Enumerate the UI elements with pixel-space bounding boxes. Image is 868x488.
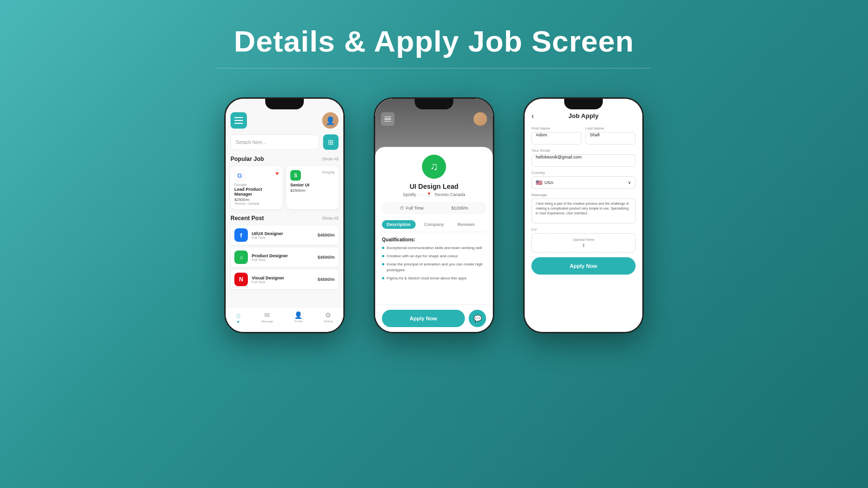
message-field-group: Massage I love being a part of the creat… xyxy=(531,193,636,224)
job-card-shopify[interactable]: S Shopify Senior UI $2500/m xyxy=(286,166,339,209)
hamburger-line xyxy=(234,117,243,118)
chat-button[interactable]: 💬 xyxy=(469,310,486,327)
phone-detail: ♫ UI Design Lead Spotify — 📍 Toronto Can… xyxy=(374,97,494,333)
user-avatar[interactable]: 👤 xyxy=(322,112,339,129)
job-title-google: Lead Product Manager xyxy=(234,187,279,197)
first-name-label: First Name xyxy=(531,126,582,131)
shopify-label: Shopify xyxy=(322,170,335,174)
country-display: 🇺🇸 USA xyxy=(536,180,554,186)
recent-facebook-title: UI/UX Designer xyxy=(252,231,317,236)
recent-item-facebook[interactable]: f UI/UX Designer Full Time $4500/m xyxy=(231,225,339,245)
home-nav-icon: ⌂ xyxy=(236,311,240,319)
netflix-icon: N xyxy=(234,273,248,286)
bullet-1 xyxy=(382,247,384,249)
hamburger-line xyxy=(234,123,243,124)
massage-nav-label: Massage xyxy=(261,320,273,323)
bullet-2 xyxy=(382,255,384,257)
phone-home: 👤 Serach here... ⊞ Popular Job Show All xyxy=(224,97,345,333)
recent-facebook-type: Full Time xyxy=(252,236,317,239)
qual-item-1: Exceptional communication skills and tea… xyxy=(382,245,486,251)
cv-section: CV Upload Here ⬆ xyxy=(531,227,636,252)
recent-spotify-info: Product Designer Full Time xyxy=(252,253,317,262)
detail-company-info: Spotify — 📍 Toronto Canada xyxy=(382,192,486,197)
apply-now-button-detail[interactable]: Apply Now xyxy=(382,310,465,327)
upload-icon: ⬆ xyxy=(582,243,585,248)
recent-netflix-type: Full Time xyxy=(252,280,317,284)
qual-item-4: Figma,Xd & Sketch must know about this a… xyxy=(382,276,486,281)
job-location-google: Toronto, Canada xyxy=(234,202,279,205)
salary-value: $1200/m xyxy=(451,206,468,211)
salary-meta: $1200/m xyxy=(451,206,468,211)
setting-nav-label: Setting xyxy=(324,320,333,323)
clock-icon: ⏱ xyxy=(400,206,404,211)
detail-screen: ♫ UI Design Lead Spotify — 📍 Toronto Can… xyxy=(375,99,493,332)
google-logo: G xyxy=(234,170,245,181)
shopify-logo: S xyxy=(290,170,301,181)
facebook-icon: f xyxy=(234,228,248,242)
filter-button[interactable]: ⊞ xyxy=(323,134,339,150)
job-title-shopify: Senior UI xyxy=(290,183,335,187)
country-label: Country xyxy=(531,171,636,175)
tab-description[interactable]: Description xyxy=(382,220,416,229)
last-name-input[interactable]: Shafi xyxy=(585,132,636,145)
favorite-icon[interactable]: ♥ xyxy=(275,170,279,177)
google-g: G xyxy=(237,172,242,179)
qual-item-3: Know the principal of animation and you … xyxy=(382,262,486,272)
upload-text: Upload Here xyxy=(573,237,595,242)
recent-item-netflix[interactable]: N Visual Designer Full Time $4500/m xyxy=(231,270,339,289)
search-input[interactable]: Serach here... xyxy=(231,134,319,150)
recent-show-all[interactable]: Show All xyxy=(322,216,339,221)
nav-massage[interactable]: ✉ Massage xyxy=(261,311,273,323)
nav-setting[interactable]: ⚙ Setting xyxy=(324,311,333,323)
apply-topbar: ‹ Job Apply xyxy=(531,112,636,119)
recent-posts-title: Recent Post xyxy=(231,215,264,222)
recent-facebook-info: UI/UX Designer Full Time xyxy=(252,231,317,239)
phone-apply: ‹ Job Apply First Name Adom Last Name Sh… xyxy=(523,97,644,333)
email-input[interactable]: hellobesnik@gmail.com xyxy=(531,154,636,167)
message-textarea[interactable]: I love being a part of the creative proc… xyxy=(531,198,636,224)
popular-jobs-title: Popular Job xyxy=(231,156,264,162)
detail-menu-button[interactable] xyxy=(381,112,394,126)
recent-spotify-salary: $4500/m xyxy=(317,255,335,260)
recent-netflix-info: Visual Designer Full Time xyxy=(252,276,317,284)
tab-company[interactable]: Company xyxy=(420,220,449,229)
cv-upload-box[interactable]: Upload Here ⬆ xyxy=(531,233,636,252)
profile-nav-icon: 👤 xyxy=(294,311,302,319)
detail-tabs: Description Company Reviews xyxy=(382,220,486,232)
message-label: Massage xyxy=(531,193,636,197)
bullet-4 xyxy=(382,277,384,279)
job-salary-shopify: $2500/m xyxy=(290,188,335,193)
job-card-header: G ♥ xyxy=(234,170,279,181)
job-card-google[interactable]: G ♥ Google Lead Product Manager $2500/m … xyxy=(231,166,283,209)
back-button[interactable]: ‹ xyxy=(531,112,534,120)
country-value: USA xyxy=(544,180,554,185)
popular-jobs-grid: G ♥ Google Lead Product Manager $2500/m … xyxy=(231,166,339,209)
bullet-3 xyxy=(382,263,384,265)
apply-screen-title: Job Apply xyxy=(569,112,598,119)
spotify-icon: ♫ xyxy=(234,251,248,264)
first-name-field: First Name Adom xyxy=(531,126,582,145)
active-dot xyxy=(237,321,239,323)
home-topbar: 👤 xyxy=(231,112,339,129)
recent-jobs-list: f UI/UX Designer Full Time $4500/m ♫ Pro… xyxy=(231,225,339,289)
detail-user-avatar[interactable] xyxy=(474,112,487,126)
popular-show-all[interactable]: Show All xyxy=(322,157,339,161)
country-select[interactable]: 🇺🇸 USA ∨ xyxy=(531,176,636,189)
menu-button[interactable] xyxy=(231,112,247,129)
recent-item-spotify[interactable]: ♫ Product Designer Full Time $4500/m xyxy=(231,248,339,267)
location-icon: 📍 xyxy=(426,192,432,197)
apply-now-button-apply[interactable]: Apply Now xyxy=(531,257,636,275)
chevron-down-icon: ∨ xyxy=(628,180,631,185)
hamburger-line xyxy=(234,120,243,121)
nav-profile[interactable]: 👤 Profile xyxy=(294,311,302,323)
tab-reviews[interactable]: Reviews xyxy=(453,220,480,229)
country-field-group: Country 🇺🇸 USA ∨ xyxy=(531,171,636,189)
info-divider: — xyxy=(419,192,423,197)
last-name-label: Last Name xyxy=(585,126,636,131)
home-screen-content: 👤 Serach here... ⊞ Popular Job Show All xyxy=(226,99,343,332)
cv-label: CV xyxy=(531,227,636,232)
page-header: Details & Apply Job Screen xyxy=(0,0,868,83)
detail-company-logo: ♫ xyxy=(422,155,446,179)
nav-home[interactable]: ⌂ xyxy=(236,311,240,323)
first-name-input[interactable]: Adom xyxy=(531,132,582,145)
